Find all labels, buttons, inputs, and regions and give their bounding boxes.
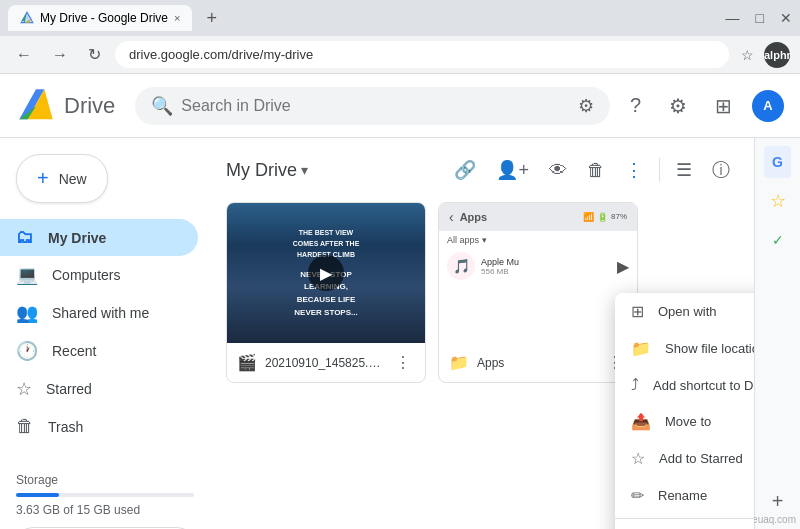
app-play-icon[interactable]: ▶ <box>617 257 629 276</box>
context-label-add-shortcut: Add shortcut to Drive <box>653 378 754 393</box>
info-btn[interactable]: ⓘ <box>704 150 738 190</box>
recent-icon: 🕐 <box>16 340 38 362</box>
music-app-icon: 🎵 <box>447 252 475 280</box>
context-item-open-with[interactable]: ⊞ Open with › <box>615 293 754 330</box>
context-divider-1 <box>615 518 754 519</box>
rp-google-docs-btn[interactable]: G <box>764 146 791 178</box>
window-maximize[interactable]: □ <box>756 10 764 26</box>
file-card-apps[interactable]: ‹ Apps 📶 🔋 87% All apps ▾ 🎵 <box>438 202 638 383</box>
app-detail-music: Apple Mu 556 MB <box>481 257 611 276</box>
share-action-btn[interactable]: 👤+ <box>488 151 537 189</box>
right-panel: G ☆ ✓ + <box>754 138 800 529</box>
app-size-music: 556 MB <box>481 267 611 276</box>
main-actions: 🔗 👤+ 👁 🗑 ⋮ ☰ ⓘ <box>446 150 738 190</box>
apps-btn[interactable]: ⊞ <box>707 86 740 126</box>
storage-bar-fill <box>16 493 59 497</box>
list-view-btn[interactable]: ☰ <box>668 151 700 189</box>
sidebar-item-label-trash: Trash <box>48 419 83 435</box>
context-item-rename[interactable]: ✏ Rename <box>615 477 754 514</box>
rp-keep-btn[interactable]: ☆ <box>762 182 794 220</box>
context-item-add-shortcut[interactable]: ⤴ Add shortcut to Drive ? <box>615 367 754 403</box>
play-button[interactable]: ▶ <box>308 255 344 291</box>
browser-tab[interactable]: My Drive - Google Drive × <box>8 5 192 31</box>
context-item-view-details[interactable]: ⓘ View details <box>615 523 754 529</box>
back-btn[interactable]: ← <box>10 42 38 68</box>
context-label-move-to: Move to <box>665 414 754 429</box>
forward-btn[interactable]: → <box>46 42 74 68</box>
tab-favicon <box>20 11 34 25</box>
storage-text: 3.63 GB of 15 GB used <box>16 503 194 517</box>
link-action-btn[interactable]: 🔗 <box>446 151 484 189</box>
filter-icon[interactable]: ⚙ <box>578 95 594 117</box>
file-name-apps: Apps <box>477 356 595 370</box>
sidebar-item-my-drive[interactable]: 🗂 My Drive <box>0 219 198 256</box>
file-name-video: 20210910_145825.mp4 <box>265 356 383 370</box>
move-to-icon: 📤 <box>631 412 651 431</box>
search-input[interactable] <box>181 97 570 115</box>
sidebar-item-label-recent: Recent <box>52 343 96 359</box>
new-button[interactable]: + New <box>16 154 108 203</box>
drive-title: My Drive ▾ <box>226 160 308 181</box>
context-label-add-starred: Add to Starred <box>659 451 754 466</box>
window-minimize[interactable]: — <box>726 10 740 26</box>
settings-btn[interactable]: ⚙ <box>661 86 695 126</box>
file-card-video[interactable]: THE BEST VIEWCOMES AFTER THEHARDEST CLIM… <box>226 202 426 383</box>
search-bar[interactable]: 🔍 ⚙ <box>135 87 610 125</box>
folder-file-icon: 📁 <box>449 353 469 372</box>
my-drive-icon: 🗂 <box>16 227 34 248</box>
sidebar-item-label-my-drive: My Drive <box>48 230 106 246</box>
new-tab-btn[interactable]: + <box>198 6 225 31</box>
sidebar-item-computers[interactable]: 💻 Computers <box>0 256 198 294</box>
context-menu: ⊞ Open with › 📁 Show file location ⤴ Add… <box>615 293 754 529</box>
context-label-open-with: Open with <box>658 304 754 319</box>
sidebar-item-label-shared: Shared with me <box>52 305 149 321</box>
address-bar: ← → ↻ ☆ alphr <box>0 36 800 74</box>
context-item-move-to[interactable]: 📤 Move to <box>615 403 754 440</box>
app-container: Drive 🔍 ⚙ ? ⚙ ⊞ A + New 🗂 My Drive <box>0 74 800 529</box>
delete-action-btn[interactable]: 🗑 <box>579 152 613 189</box>
shared-icon: 👥 <box>16 302 38 324</box>
status-icons: 📶 🔋 87% <box>583 212 627 222</box>
user-avatar[interactable]: A <box>752 90 784 122</box>
more-action-btn[interactable]: ⋮ <box>617 151 651 189</box>
file-thumbnail-apps: ‹ Apps 📶 🔋 87% All apps ▾ 🎵 <box>439 203 637 343</box>
context-label-rename: Rename <box>658 488 754 503</box>
window-close[interactable]: ✕ <box>780 10 792 26</box>
new-plus-icon: + <box>37 167 49 190</box>
context-item-show-location[interactable]: 📁 Show file location <box>615 330 754 367</box>
file-menu-btn-video[interactable]: ⋮ <box>391 351 415 374</box>
sidebar-item-recent[interactable]: 🕐 Recent <box>0 332 198 370</box>
rename-icon: ✏ <box>631 486 644 505</box>
sidebar-item-shared[interactable]: 👥 Shared with me <box>0 294 198 332</box>
browser-chrome: My Drive - Google Drive × + — □ ✕ <box>0 0 800 36</box>
tab-close-btn[interactable]: × <box>174 12 180 24</box>
battery-percent: 87% <box>611 212 627 222</box>
window-controls: — □ ✕ <box>726 10 792 26</box>
open-with-icon: ⊞ <box>631 302 644 321</box>
sidebar-item-label-computers: Computers <box>52 267 120 283</box>
header-right: ? ⚙ ⊞ A <box>622 86 784 126</box>
drive-title-dropdown-icon[interactable]: ▾ <box>301 162 308 178</box>
url-bar[interactable] <box>115 41 729 68</box>
reload-btn[interactable]: ↻ <box>82 41 107 68</box>
video-file-icon: 🎬 <box>237 353 257 372</box>
context-item-add-starred[interactable]: ☆ Add to Starred <box>615 440 754 477</box>
rp-tasks-btn[interactable]: ✓ <box>764 224 792 256</box>
profile-btn[interactable]: alphr <box>764 42 790 68</box>
logo: Drive <box>16 86 115 126</box>
apps-subtitle: All apps ▾ <box>447 235 629 245</box>
sidebar-item-label-starred: Starred <box>46 381 92 397</box>
sidebar-item-trash[interactable]: 🗑 Trash <box>0 408 198 445</box>
app-header: Drive 🔍 ⚙ ? ⚙ ⊞ A <box>0 74 800 138</box>
show-location-icon: 📁 <box>631 339 651 358</box>
help-btn[interactable]: ? <box>622 86 649 125</box>
app-body: + New 🗂 My Drive 💻 Computers 👥 Shared wi… <box>0 138 800 529</box>
preview-action-btn[interactable]: 👁 <box>541 152 575 189</box>
storage-label: Storage <box>16 473 194 487</box>
storage-bar <box>16 493 194 497</box>
addr-right: ☆ alphr <box>737 42 790 68</box>
bookmark-btn[interactable]: ☆ <box>737 43 758 67</box>
main-content: My Drive ▾ 🔗 👤+ 👁 🗑 ⋮ ☰ ⓘ <box>210 138 754 529</box>
sidebar-item-starred[interactable]: ☆ Starred <box>0 370 198 408</box>
apps-content: All apps ▾ 🎵 Apple Mu 556 MB ▶ <box>439 231 637 343</box>
